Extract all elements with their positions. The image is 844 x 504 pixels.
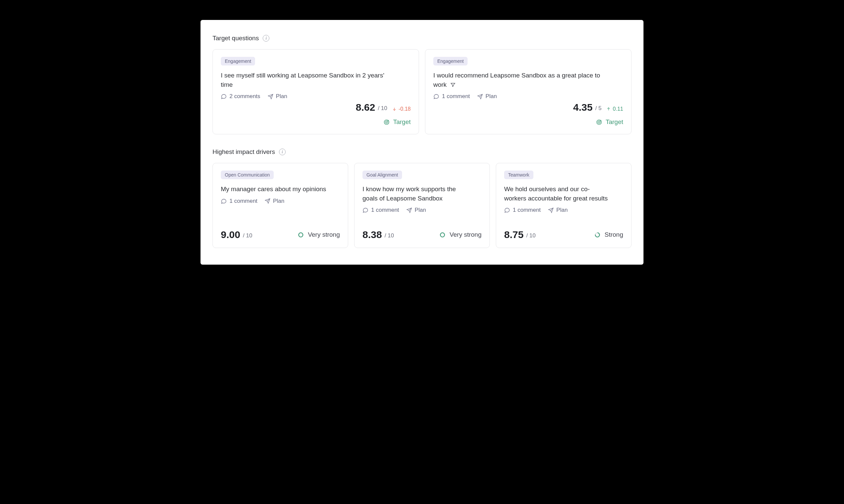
section-title-label: Highest impact drivers: [213, 148, 275, 156]
comments-label: 1 comment: [513, 207, 541, 213]
score-row: 8.62 / 10 -0.18: [221, 102, 411, 113]
comments-label: 2 comments: [230, 93, 261, 100]
score-outof: / 10: [384, 232, 394, 240]
score-outof: / 10: [243, 232, 252, 240]
plan-icon: [268, 94, 273, 100]
category-chip: Open Communication: [221, 170, 274, 179]
card-meta: 1 comment Plan: [504, 207, 623, 213]
ring-icon: [298, 232, 304, 238]
category-chip: Teamwork: [504, 170, 534, 179]
strength-indicator: Very strong: [439, 231, 482, 238]
question-text: We hold ourselves and our co-workers acc…: [504, 184, 611, 203]
comments-link[interactable]: 1 comment: [433, 93, 470, 100]
plan-label: Plan: [486, 93, 497, 100]
comment-icon: [433, 93, 439, 100]
plan-link[interactable]: Plan: [477, 93, 497, 100]
category-chip: Engagement: [433, 57, 468, 66]
comment-icon: [362, 207, 369, 213]
plan-icon: [265, 198, 270, 204]
ring-icon: [439, 232, 446, 238]
card-meta: 1 comment Plan: [221, 198, 340, 204]
score-value: 8.38: [362, 229, 382, 240]
target-cards-row: Engagement I see myself still working at…: [213, 49, 631, 134]
comments-label: 1 comment: [230, 198, 257, 204]
dashboard-panel: Target questions Engagement I see myself…: [200, 20, 644, 265]
score-value: 8.62: [356, 102, 375, 113]
score-value: 9.00: [221, 229, 240, 240]
strength-line: 8.38 / 10 Very strong: [362, 221, 482, 240]
card-meta: 1 comment Plan: [362, 207, 482, 213]
score-delta: -0.18: [392, 106, 411, 113]
strength-indicator: Strong: [594, 231, 623, 238]
comments-link[interactable]: 2 comments: [221, 93, 261, 100]
strength-label: Strong: [605, 231, 623, 238]
question-text: I see myself still working at Leapsome S…: [221, 71, 392, 89]
score-row: 4.35 / 5 0.11: [433, 102, 623, 113]
target-label: Target: [393, 118, 411, 126]
score-delta: 0.11: [606, 106, 623, 113]
svg-point-5: [599, 122, 599, 122]
comments-link[interactable]: 1 comment: [221, 198, 257, 204]
svg-point-7: [440, 233, 445, 237]
comment-icon: [221, 198, 227, 204]
section-title-target: Target questions: [213, 35, 631, 42]
plan-label: Plan: [276, 93, 287, 100]
card-meta: 1 comment Plan: [433, 93, 623, 100]
score-outof: / 5: [595, 105, 601, 113]
strength-indicator: Very strong: [298, 231, 340, 238]
driver-cards-row: Open Communication My manager cares abou…: [213, 163, 631, 248]
delta-value: -0.18: [399, 106, 411, 112]
plan-label: Plan: [273, 198, 284, 204]
question-text: My manager cares about my opinions: [221, 184, 328, 194]
filter-icon[interactable]: [450, 82, 455, 87]
plan-icon: [548, 208, 554, 213]
card-meta: 2 comments Plan: [221, 93, 411, 100]
strength-label: Very strong: [308, 231, 340, 238]
strength-label: Very strong: [450, 231, 482, 238]
comment-icon: [221, 93, 227, 100]
plan-link[interactable]: Plan: [548, 207, 568, 213]
info-icon[interactable]: [263, 35, 269, 41]
target-label: Target: [606, 118, 623, 126]
plan-link[interactable]: Plan: [265, 198, 284, 204]
category-chip: Goal Alignment: [362, 170, 402, 179]
driver-card[interactable]: Open Communication My manager cares abou…: [213, 163, 348, 248]
plan-icon: [477, 94, 483, 100]
comments-label: 1 comment: [371, 207, 399, 213]
comments-link[interactable]: 1 comment: [504, 207, 541, 213]
delta-value: 0.11: [613, 106, 623, 112]
section-title-drivers: Highest impact drivers: [213, 148, 631, 156]
target-icon: [383, 119, 390, 125]
driver-card[interactable]: Teamwork We hold ourselves and our co-wo…: [496, 163, 631, 248]
score-outof: / 10: [378, 105, 387, 113]
question-text: I would recommend Leapsome Sandbox as a …: [433, 71, 604, 89]
target-card[interactable]: Engagement I would recommend Leapsome Sa…: [425, 49, 631, 134]
plan-icon: [406, 208, 412, 213]
target-icon: [596, 119, 602, 125]
section-title-label: Target questions: [213, 35, 259, 42]
comments-label: 1 comment: [442, 93, 470, 100]
score-value: 4.35: [573, 102, 593, 113]
target-card[interactable]: Engagement I see myself still working at…: [213, 49, 419, 134]
strength-line: 8.75 / 10 Strong: [504, 221, 623, 240]
category-chip: Engagement: [221, 57, 255, 66]
comment-icon: [504, 207, 510, 213]
arrow-down-icon: [392, 107, 397, 111]
comments-link[interactable]: 1 comment: [362, 207, 399, 213]
strength-line: 9.00 / 10 Very strong: [221, 221, 340, 240]
target-indicator: Target: [433, 118, 623, 126]
arrow-up-icon: [606, 107, 611, 111]
plan-label: Plan: [556, 207, 568, 213]
info-icon[interactable]: [279, 149, 286, 155]
ring-icon: [594, 232, 600, 238]
question-text: I know how my work supports the goals of…: [362, 184, 470, 203]
driver-card[interactable]: Goal Alignment I know how my work suppor…: [354, 163, 490, 248]
svg-point-6: [299, 233, 303, 237]
svg-point-2: [387, 122, 387, 122]
score-value: 8.75: [504, 229, 523, 240]
plan-label: Plan: [415, 207, 426, 213]
plan-link[interactable]: Plan: [406, 207, 426, 213]
plan-link[interactable]: Plan: [268, 93, 287, 100]
target-indicator: Target: [221, 118, 411, 126]
score-outof: / 10: [526, 232, 535, 240]
